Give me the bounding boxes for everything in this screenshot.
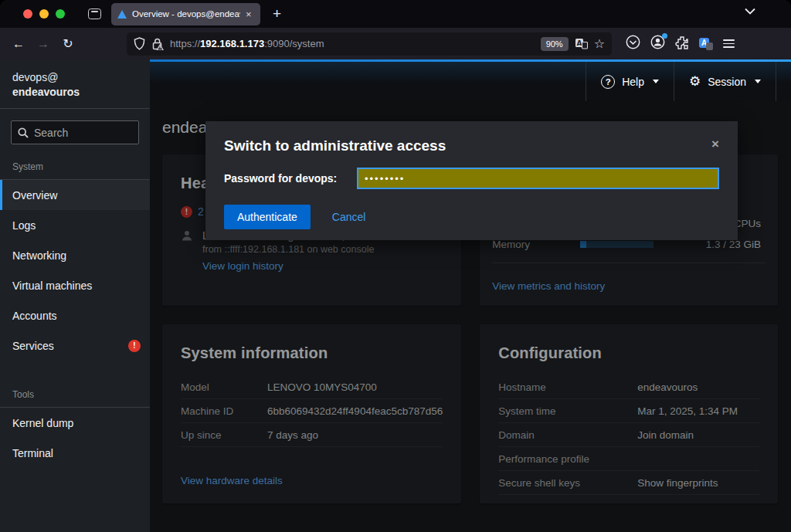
cancel-button[interactable]: Cancel bbox=[332, 211, 366, 223]
cockpit-favicon-icon bbox=[117, 10, 127, 19]
maximize-window-button[interactable] bbox=[56, 9, 65, 19]
search-icon bbox=[18, 127, 29, 138]
tab-title: Overview - devops@endeavouros bbox=[132, 9, 240, 19]
tab-strip: Overview - devops@endeavouros × + bbox=[0, 0, 791, 28]
account-notification-dot bbox=[662, 33, 667, 39]
browser-tab[interactable]: Overview - devops@endeavouros × bbox=[111, 3, 260, 25]
url-path: :9090/system bbox=[264, 38, 324, 49]
sidebar-search[interactable] bbox=[11, 120, 139, 144]
firefox-window: Overview - devops@endeavouros × + ← → ↻ bbox=[0, 0, 791, 532]
help-icon: ? bbox=[601, 75, 615, 89]
firefox-view-icon[interactable] bbox=[88, 8, 101, 19]
browser-toolbar: ← → ↻ https://192.168.1.173:9090/system … bbox=[0, 28, 791, 59]
extensions-puzzle-icon[interactable] bbox=[675, 36, 689, 53]
sidebar-user-name: devops@ bbox=[12, 70, 137, 85]
list-all-tabs-icon[interactable] bbox=[745, 8, 755, 15]
sidebar-item-virtual-machines[interactable]: Virtual machines bbox=[0, 270, 150, 300]
help-menu[interactable]: ? Help bbox=[586, 62, 674, 101]
gear-icon: ⚙ bbox=[689, 75, 701, 88]
url-scheme: https:// bbox=[170, 38, 200, 49]
dialog-title: Switch to administrative access bbox=[224, 137, 711, 154]
services-alert-badge: ! bbox=[128, 340, 141, 352]
toolbar-right-icons: A bbox=[626, 35, 735, 53]
session-menu[interactable]: ⚙ Session bbox=[674, 62, 776, 101]
menu-hamburger-icon[interactable] bbox=[723, 39, 735, 48]
chevron-down-icon bbox=[653, 80, 659, 83]
search-input[interactable] bbox=[34, 127, 127, 139]
back-icon[interactable]: ← bbox=[8, 33, 29, 55]
sidebar-user: devops@ endeavouros bbox=[0, 59, 150, 109]
bookmark-star-icon[interactable]: ☆ bbox=[594, 36, 605, 51]
close-icon[interactable]: × bbox=[711, 137, 719, 151]
svg-text:A: A bbox=[576, 39, 582, 47]
cockpit-page: devops@ endeavouros System Overview Logs… bbox=[0, 59, 791, 532]
authenticate-button[interactable]: Authenticate bbox=[224, 205, 311, 229]
zoom-level-badge[interactable]: 90% bbox=[541, 37, 569, 51]
sidebar-item-overview[interactable]: Overview bbox=[0, 180, 150, 210]
sidebar-item-services[interactable]: Services ! bbox=[0, 330, 150, 361]
admin-access-dialog: Switch to administrative access × Passwo… bbox=[205, 121, 738, 240]
tracking-shield-icon[interactable] bbox=[134, 37, 145, 50]
new-tab-button[interactable]: + bbox=[273, 5, 281, 22]
minimize-window-button[interactable] bbox=[39, 9, 49, 19]
translate-icon[interactable]: A bbox=[575, 38, 588, 49]
url-text: https://192.168.1.173:9090/system bbox=[170, 38, 535, 49]
help-label: Help bbox=[622, 76, 644, 88]
sidebar-item-logs[interactable]: Logs bbox=[0, 210, 150, 240]
sidebar-item-kernel-dump[interactable]: Kernel dump bbox=[0, 408, 150, 438]
url-host: 192.168.1.173 bbox=[200, 38, 264, 49]
masthead: ? Help ⚙ Session bbox=[150, 62, 791, 101]
forward-icon: → bbox=[32, 33, 54, 55]
lock-warning-icon[interactable] bbox=[151, 38, 164, 50]
password-field[interactable] bbox=[357, 168, 719, 189]
sidebar-section-tools: Tools bbox=[0, 384, 150, 408]
content-area: ? Help ⚙ Session endeavouros Health ! bbox=[150, 59, 791, 532]
translate-extension-icon[interactable]: A bbox=[699, 38, 713, 50]
account-icon[interactable] bbox=[650, 35, 665, 53]
chevron-down-icon bbox=[755, 80, 761, 83]
tab-close-icon[interactable]: × bbox=[246, 9, 252, 19]
sidebar-host-name: endeavouros bbox=[12, 86, 80, 98]
sidebar-item-accounts[interactable]: Accounts bbox=[0, 300, 150, 330]
session-label: Session bbox=[708, 76, 746, 88]
password-label: Password for devops: bbox=[224, 172, 357, 185]
url-bar[interactable]: https://192.168.1.173:9090/system 90% A … bbox=[127, 32, 612, 56]
sidebar-item-terminal[interactable]: Terminal bbox=[0, 438, 150, 468]
pocket-icon[interactable] bbox=[626, 35, 640, 53]
sidebar: devops@ endeavouros System Overview Logs… bbox=[0, 59, 150, 532]
window-controls bbox=[23, 9, 65, 19]
sidebar-section-system: System bbox=[0, 156, 150, 180]
sidebar-item-networking[interactable]: Networking bbox=[0, 240, 150, 270]
reload-icon[interactable]: ↻ bbox=[57, 33, 79, 55]
close-window-button[interactable] bbox=[23, 9, 32, 19]
